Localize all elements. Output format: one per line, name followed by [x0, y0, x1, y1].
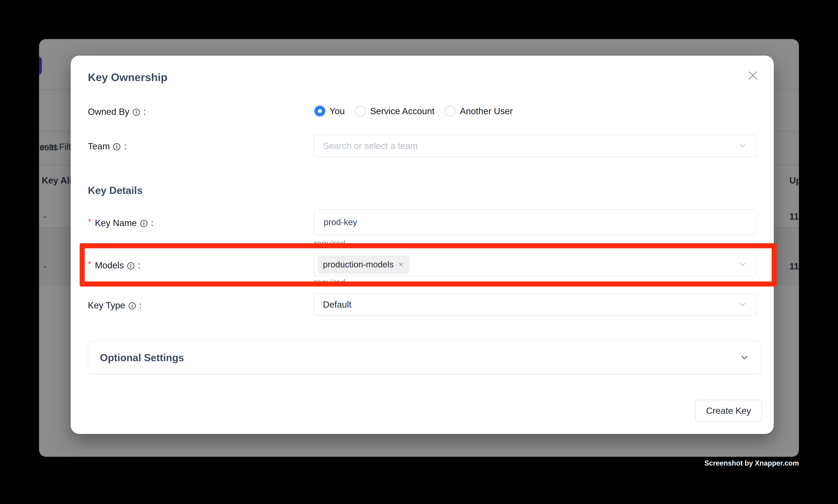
radio-option-another-user[interactable]: Another User — [445, 106, 513, 116]
key-name-input[interactable]: prod-key — [314, 209, 756, 235]
radio-label: You — [329, 106, 345, 116]
info-icon[interactable] — [127, 262, 135, 269]
info-icon[interactable] — [113, 142, 121, 150]
optional-settings-accordion[interactable]: Optional Settings — [88, 341, 762, 374]
team-select[interactable]: Search or select a team — [314, 135, 756, 157]
key-name-value: prod-key — [314, 217, 357, 227]
key-details-title: Key Details — [88, 184, 143, 196]
modal-title: Key Ownership — [88, 71, 167, 84]
chevron-down-icon — [738, 260, 747, 269]
radio-label: Another User — [460, 106, 513, 116]
team-select-placeholder: Search or select a team — [314, 141, 418, 151]
selected-model-tag: production-models — [318, 255, 409, 274]
team-label-text: Team — [88, 141, 110, 151]
radio-unselected-icon[interactable] — [445, 106, 456, 116]
key-name-required-hint: required — [314, 238, 345, 248]
models-required-hint: required — [314, 277, 345, 287]
radio-option-service-account[interactable]: Service Account — [355, 106, 434, 116]
required-asterisk: * — [88, 216, 91, 227]
label-colon: : — [151, 218, 154, 228]
chevron-down-icon — [738, 300, 747, 309]
owned-by-label-text: Owned By — [88, 106, 129, 117]
key-type-select[interactable]: Default — [314, 293, 756, 316]
models-label-text: Models — [95, 260, 124, 271]
label-colon: : — [139, 300, 142, 310]
watermark-text: Screenshot by Xnapper.com — [705, 459, 799, 467]
info-icon[interactable] — [140, 219, 148, 227]
key-name-label: * Key Name : — [88, 218, 153, 228]
label-colon: : — [124, 141, 126, 151]
models-label: * Models : — [88, 260, 140, 271]
chevron-down-icon — [739, 352, 750, 363]
create-key-modal: Key Ownership Owned By : You Service Acc… — [71, 56, 774, 434]
info-icon[interactable] — [132, 108, 140, 115]
create-key-button[interactable]: Create Key — [695, 400, 762, 421]
radio-option-you[interactable]: You — [314, 106, 345, 116]
owned-by-label: Owned By : — [88, 106, 146, 117]
key-type-label-text: Key Type — [88, 300, 125, 310]
required-asterisk: * — [88, 259, 91, 269]
owned-by-radio-group: You Service Account Another User — [314, 106, 513, 116]
selected-model-tag-label: production-models — [323, 259, 394, 269]
tag-remove-icon[interactable] — [397, 261, 404, 268]
close-icon[interactable] — [747, 69, 759, 82]
radio-label: Service Account — [370, 106, 434, 116]
models-select[interactable]: production-models — [314, 253, 756, 276]
radio-unselected-icon[interactable] — [355, 106, 366, 116]
chevron-down-icon — [738, 141, 747, 150]
optional-settings-title: Optional Settings — [100, 352, 184, 363]
screenshot-stage: eset Filt sults Key Alia Up - 11/ - 11/ … — [0, 0, 838, 504]
radio-selected-icon[interactable] — [314, 106, 325, 116]
key-type-value: Default — [314, 299, 352, 310]
create-key-button-label: Create Key — [706, 406, 751, 416]
label-colon: : — [138, 260, 140, 271]
key-type-label: Key Type : — [88, 300, 142, 310]
team-label: Team : — [88, 141, 126, 151]
key-name-label-text: Key Name — [95, 218, 137, 228]
info-icon[interactable] — [128, 301, 136, 309]
label-colon: : — [143, 106, 146, 117]
